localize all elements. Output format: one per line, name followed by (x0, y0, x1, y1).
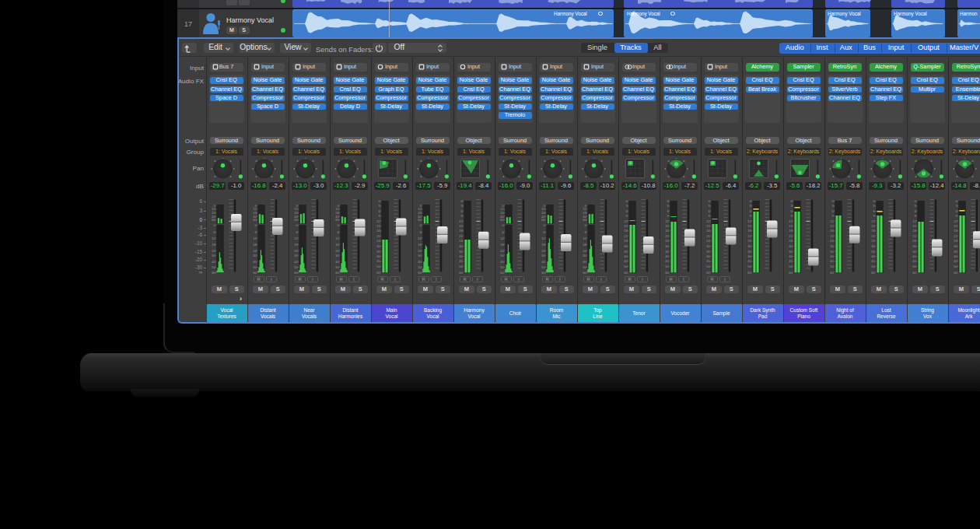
svg-text:18: 18 (830, 229, 834, 233)
svg-text:40: 40 (954, 254, 957, 258)
svg-text:35: 35 (871, 250, 875, 254)
svg-text:50: 50 (830, 264, 834, 268)
svg-text:35: 35 (706, 250, 710, 254)
svg-text:15: 15 (912, 224, 916, 228)
svg-text:18: 18 (253, 243, 257, 247)
svg-text:15: 15 (871, 224, 875, 228)
svg-text:24: 24 (954, 239, 957, 243)
svg-text:24: 24 (294, 249, 298, 253)
svg-text:24: 24 (212, 249, 215, 253)
svg-text:18: 18 (376, 229, 380, 233)
svg-text:45: 45 (459, 259, 463, 263)
svg-text:45: 45 (706, 259, 710, 263)
svg-text:40: 40 (830, 254, 834, 258)
svg-text:24: 24 (789, 239, 793, 243)
svg-text:60: 60 (253, 271, 257, 275)
svg-text:50: 50 (789, 264, 793, 268)
svg-text:18: 18 (500, 243, 504, 247)
svg-text:40: 40 (871, 254, 875, 258)
svg-text:30: 30 (871, 244, 875, 248)
svg-text:60: 60 (294, 218, 298, 222)
svg-text:24: 24 (459, 239, 463, 243)
svg-text:21: 21 (459, 234, 463, 238)
svg-text:35: 35 (954, 250, 957, 254)
svg-text:12: 12 (747, 219, 751, 223)
svg-text:40: 40 (418, 260, 422, 264)
svg-text:24: 24 (706, 239, 710, 243)
svg-text:12: 12 (624, 219, 628, 223)
svg-text:12: 12 (294, 236, 298, 240)
svg-text:40: 40 (665, 254, 669, 258)
svg-text:15: 15 (665, 224, 669, 228)
svg-text:30: 30 (500, 254, 504, 257)
svg-text:18: 18 (706, 229, 710, 233)
svg-text:60: 60 (335, 218, 339, 222)
svg-text:35: 35 (376, 250, 380, 254)
svg-text:21: 21 (624, 234, 628, 238)
svg-text:12: 12 (665, 219, 669, 223)
svg-text:40: 40 (624, 254, 628, 258)
svg-text:30: 30 (376, 244, 380, 248)
svg-text:18: 18 (624, 229, 628, 233)
svg-text:12: 12 (871, 219, 875, 223)
svg-text:30: 30 (706, 244, 710, 248)
svg-text:45: 45 (789, 259, 793, 263)
svg-text:60: 60 (500, 218, 504, 222)
svg-text:30: 30 (747, 244, 751, 248)
svg-text:12: 12 (335, 236, 339, 240)
svg-text:40: 40 (789, 254, 793, 258)
svg-text:18: 18 (912, 229, 916, 233)
svg-text:24: 24 (747, 239, 751, 243)
svg-text:12: 12 (912, 219, 916, 223)
svg-text:45: 45 (747, 259, 751, 263)
svg-text:24: 24 (376, 239, 380, 243)
svg-text:35: 35 (747, 250, 751, 254)
svg-text:50: 50 (583, 265, 586, 269)
svg-text:50: 50 (418, 265, 422, 269)
svg-text:50: 50 (294, 265, 298, 269)
svg-text:40: 40 (294, 260, 298, 264)
svg-text:30: 30 (830, 244, 834, 248)
svg-text:35: 35 (830, 250, 834, 254)
svg-text:30: 30 (294, 254, 298, 257)
svg-text:12: 12 (459, 219, 463, 223)
svg-text:21: 21 (747, 234, 751, 238)
svg-text:18: 18 (583, 243, 586, 247)
svg-text:60: 60 (789, 271, 793, 275)
svg-text:12: 12 (583, 236, 586, 240)
svg-text:18: 18 (294, 243, 298, 247)
svg-text:18: 18 (212, 243, 215, 247)
svg-text:30: 30 (418, 254, 422, 257)
svg-text:50: 50 (747, 264, 751, 268)
svg-text:30: 30 (624, 244, 628, 248)
svg-text:21: 21 (789, 234, 793, 238)
svg-text:50: 50 (954, 264, 957, 268)
svg-text:50: 50 (459, 264, 463, 268)
svg-text:35: 35 (789, 250, 793, 254)
svg-text:45: 45 (624, 259, 628, 263)
svg-text:40: 40 (212, 260, 215, 264)
svg-text:12: 12 (789, 219, 793, 223)
svg-text:15: 15 (624, 224, 628, 228)
svg-text:30: 30 (583, 254, 586, 257)
svg-text:21: 21 (954, 234, 957, 238)
svg-text:60: 60 (583, 218, 586, 222)
svg-text:45: 45 (871, 259, 875, 263)
svg-text:18: 18 (747, 229, 751, 233)
svg-text:40: 40 (253, 260, 257, 264)
svg-text:35: 35 (624, 250, 628, 254)
svg-text:60: 60 (583, 271, 586, 275)
svg-text:40: 40 (335, 260, 339, 264)
svg-text:18: 18 (459, 229, 463, 233)
svg-text:60: 60 (665, 271, 669, 275)
svg-text:50: 50 (706, 264, 710, 268)
svg-text:60: 60 (541, 218, 545, 222)
svg-text:12: 12 (418, 236, 422, 240)
svg-text:50: 50 (912, 264, 916, 268)
svg-text:18: 18 (418, 243, 422, 247)
svg-text:18: 18 (541, 243, 545, 247)
svg-text:50: 50 (541, 265, 545, 269)
svg-text:50: 50 (212, 265, 215, 269)
svg-text:60: 60 (294, 271, 298, 275)
svg-text:12: 12 (376, 219, 380, 223)
